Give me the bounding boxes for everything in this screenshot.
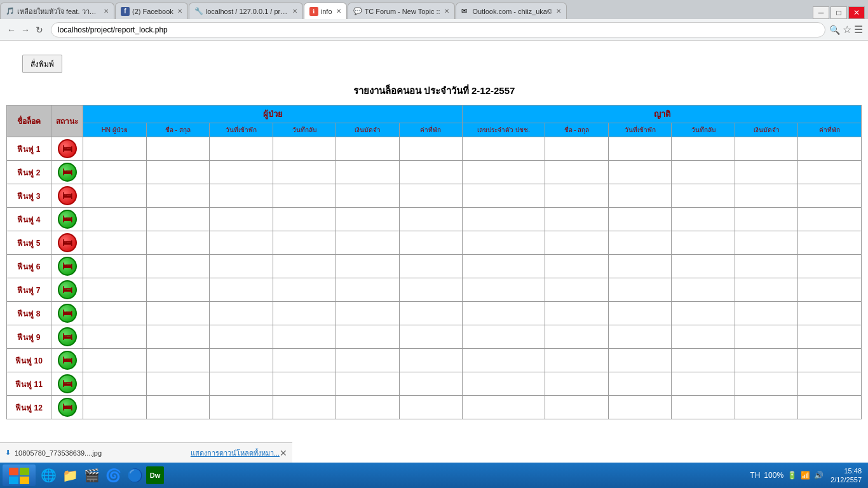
url-input[interactable] [51, 22, 825, 37]
close-button[interactable]: ✕ [848, 6, 865, 19]
data-cell [273, 255, 336, 278]
tab1-favicon: 🎵 [6, 7, 15, 16]
data-cell [608, 184, 672, 208]
table-row: ฟีนฟู 7🛏 [7, 278, 862, 302]
tab2-close[interactable]: ✕ [177, 8, 182, 15]
maximize-button[interactable]: □ [831, 6, 847, 19]
data-cell [399, 161, 463, 184]
data-cell [336, 278, 400, 302]
bed-status-icon: 🛏 [58, 374, 77, 393]
data-cell [83, 325, 147, 349]
data-cell [735, 208, 798, 231]
data-cell [336, 137, 400, 161]
reload-button[interactable]: ↻ [33, 24, 46, 36]
data-cell [83, 396, 147, 419]
data-cell [735, 349, 798, 372]
star-icon[interactable]: ☆ [843, 24, 851, 36]
taskbar-chrome-icon[interactable]: 🔵 [125, 465, 145, 485]
print-button[interactable]: สั่งพิมพ์ [22, 55, 62, 73]
taskbar-media-icon[interactable]: 🎬 [81, 465, 102, 485]
data-cell [399, 208, 463, 231]
data-cell [463, 302, 545, 325]
tab4-favicon: ℹ [309, 7, 318, 16]
table-row: ฟีนฟู 2🛏 [7, 161, 862, 184]
forward-button[interactable]: → [19, 24, 32, 36]
bed-name-cell: ฟีนฟู 11 [7, 372, 51, 396]
data-cell [608, 372, 672, 396]
data-cell [463, 161, 545, 184]
tab-5[interactable]: 💬 TC Forum - New Topic :: ✕ [348, 3, 455, 19]
tab3-close[interactable]: ✕ [292, 8, 297, 15]
data-cell [672, 396, 735, 419]
data-cell [83, 231, 147, 255]
status-cell: 🛏 [51, 396, 83, 419]
status-cell: 🛏 [51, 255, 83, 278]
tab4-close[interactable]: ✕ [336, 8, 341, 15]
svg-rect-2 [9, 477, 18, 484]
tray-volume-icon: 🔊 [814, 471, 824, 480]
tab1-close[interactable]: ✕ [104, 8, 109, 15]
data-cell [273, 161, 336, 184]
data-cell [545, 325, 609, 349]
data-cell [146, 325, 210, 349]
data-cell [735, 372, 798, 396]
tab1-label: เหลือยใหมหัวใจ feat. วาน 5 [17, 6, 100, 17]
data-cell [608, 161, 672, 184]
data-cell [336, 255, 400, 278]
menu-icon[interactable]: ☰ [854, 24, 863, 36]
data-cell [399, 372, 463, 396]
data-cell [672, 137, 735, 161]
status-cell: 🛏 [51, 278, 83, 302]
bed-status-icon: 🛏 [58, 186, 77, 205]
status-cell: 🛏 [51, 231, 83, 255]
data-cell [798, 137, 862, 161]
download-all-link[interactable]: แสดงการดาวน์โหลดทั้งหมา... [191, 447, 280, 459]
data-cell [463, 208, 545, 231]
back-button[interactable]: ← [5, 24, 18, 36]
table-wrapper: ชื่อล็อค สถานะ ผู้ป่วย ญาติ HN ผู้ป่วย ช… [6, 105, 862, 419]
data-cell [399, 396, 463, 419]
data-cell [146, 302, 210, 325]
bed-status-icon: 🛏 [58, 257, 77, 276]
tab-2[interactable]: f (2) Facebook ✕ [115, 3, 188, 19]
table-row: ฟีนฟู 10🛏 [7, 349, 862, 372]
tab-1[interactable]: 🎵 เหลือยใหมหัวใจ feat. วาน 5 ✕ [0, 3, 114, 19]
tab-bar: 🎵 เหลือยใหมหัวใจ feat. วาน 5 ✕ f (2) Fac… [0, 0, 868, 19]
minimize-button[interactable]: ─ [813, 6, 829, 19]
data-cell [608, 396, 672, 419]
download-bar: ⬇ 10805780_773538639....jpg แสดงการดาวน์… [0, 442, 292, 463]
tab-6[interactable]: ✉ Outlook.com - chiiz_uka© ✕ [456, 3, 567, 19]
tab-4[interactable]: ℹ info ✕ [304, 3, 347, 19]
col-header-relative: ญาติ [463, 105, 862, 123]
data-cell [798, 255, 862, 278]
bed-name-cell: ฟีนฟู 7 [7, 278, 51, 302]
bed-status-icon: 🛏 [58, 398, 77, 417]
start-button[interactable] [3, 464, 36, 486]
taskbar-network-icon[interactable]: 🌀 [103, 465, 123, 485]
data-cell [798, 349, 862, 372]
sub-hn: HN ผู้ป่วย [83, 123, 147, 137]
bed-name-cell: ฟีนฟู 8 [7, 302, 51, 325]
tab-3[interactable]: 🔧 localhost / 127.0.0.1 / proj... ✕ [189, 3, 303, 19]
taskbar-folder-icon[interactable]: 📁 [60, 465, 80, 485]
data-cell [608, 231, 672, 255]
data-cell [735, 325, 798, 349]
download-bar-close[interactable]: ✕ [280, 448, 287, 458]
taskbar-ie-icon[interactable]: 🌐 [38, 465, 58, 485]
bed-name-cell: ฟีนฟู 6 [7, 255, 51, 278]
tray-signal-icon: 📶 [801, 471, 810, 480]
data-cell [545, 161, 609, 184]
tray-lang: TH [750, 471, 760, 480]
taskbar-dw-icon[interactable]: Dw [146, 466, 164, 484]
tab6-close[interactable]: ✕ [556, 8, 561, 15]
status-cell: 🛏 [51, 208, 83, 231]
sub-relative-fee: ค่าที่พัก [798, 123, 862, 137]
data-cell [83, 161, 147, 184]
address-bar: ← → ↻ 🔍 ☆ ☰ [0, 19, 868, 41]
data-cell [735, 137, 798, 161]
bed-status-icon: 🛏 [58, 163, 77, 182]
clock: 15:48 2/12/2557 [831, 466, 862, 485]
table-row: ฟีนฟู 3🛏 [7, 184, 862, 208]
tab5-close[interactable]: ✕ [444, 8, 449, 15]
data-cell [146, 208, 210, 231]
